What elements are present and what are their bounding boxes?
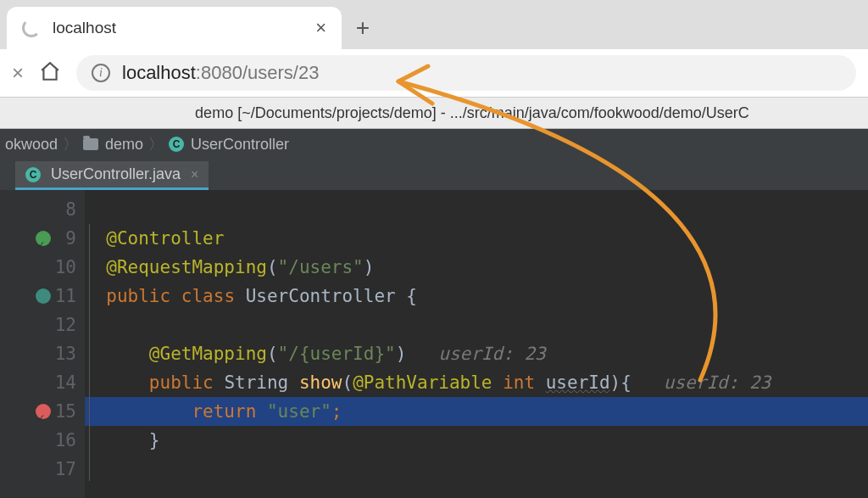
tab-close-icon[interactable]: × bbox=[315, 17, 326, 39]
chevron-right-icon: 〉 bbox=[148, 134, 164, 154]
gutter-breakpoint-icon[interactable] bbox=[36, 404, 51, 419]
crumb-item[interactable]: UserController bbox=[191, 136, 289, 154]
stop-reload-icon[interactable]: × bbox=[12, 61, 24, 85]
breadcrumb: okwood 〉 demo 〉 C UserController bbox=[0, 129, 868, 159]
gutter-bean-icon[interactable] bbox=[36, 288, 51, 304]
crumb-item[interactable]: demo bbox=[105, 136, 143, 154]
browser-tab[interactable]: localhost × bbox=[7, 7, 342, 49]
tab-title: localhost bbox=[53, 19, 303, 37]
site-info-icon[interactable]: i bbox=[92, 64, 110, 82]
fold-column bbox=[85, 190, 97, 498]
browser-tab-strip: localhost × + bbox=[0, 0, 868, 49]
ide-window-title: demo [~/Documents/projects/demo] - .../s… bbox=[0, 98, 868, 129]
line-number: 14 bbox=[55, 368, 76, 397]
close-icon[interactable]: × bbox=[191, 167, 198, 182]
gutter-run-icon[interactable] bbox=[36, 231, 51, 246]
address-bar: × i localhost:8080/users/23 bbox=[0, 49, 868, 98]
line-number: 8 bbox=[65, 195, 76, 224]
crumb-item[interactable]: okwood bbox=[5, 136, 58, 154]
home-icon[interactable] bbox=[39, 60, 61, 86]
inlay-hint: userId: 23 bbox=[632, 372, 771, 393]
line-number: 16 bbox=[55, 426, 76, 455]
line-number: 9 bbox=[65, 224, 76, 253]
line-number: 17 bbox=[55, 455, 76, 484]
url-input[interactable]: i localhost:8080/users/23 bbox=[76, 55, 856, 91]
chevron-right-icon: 〉 bbox=[63, 134, 78, 154]
class-icon: C bbox=[25, 167, 41, 182]
editor-tab-label: UserController.java bbox=[51, 165, 181, 183]
line-number: 15 bbox=[55, 397, 76, 426]
new-tab-button[interactable]: + bbox=[342, 7, 384, 49]
editor-tab[interactable]: C UserController.java × bbox=[15, 161, 209, 190]
line-number: 10 bbox=[55, 253, 76, 282]
folder-icon bbox=[83, 138, 98, 150]
editor-tab-strip: C UserController.java × bbox=[0, 159, 868, 190]
code-editor[interactable]: 8 9 10 11 12 13 14 15 16 17 @Controller … bbox=[0, 190, 868, 498]
class-icon: C bbox=[169, 137, 184, 152]
line-number: 13 bbox=[55, 339, 76, 368]
loading-spinner-icon bbox=[22, 19, 41, 37]
line-number: 11 bbox=[55, 282, 76, 311]
url-text: localhost:8080/users/23 bbox=[122, 62, 319, 84]
line-number: 12 bbox=[55, 311, 76, 339]
gutter: 8 9 10 11 12 13 14 15 16 17 bbox=[0, 190, 85, 498]
inlay-hint: userId: 23 bbox=[406, 344, 545, 364]
code-area[interactable]: @Controller @RequestMapping("/users") pu… bbox=[85, 190, 868, 498]
